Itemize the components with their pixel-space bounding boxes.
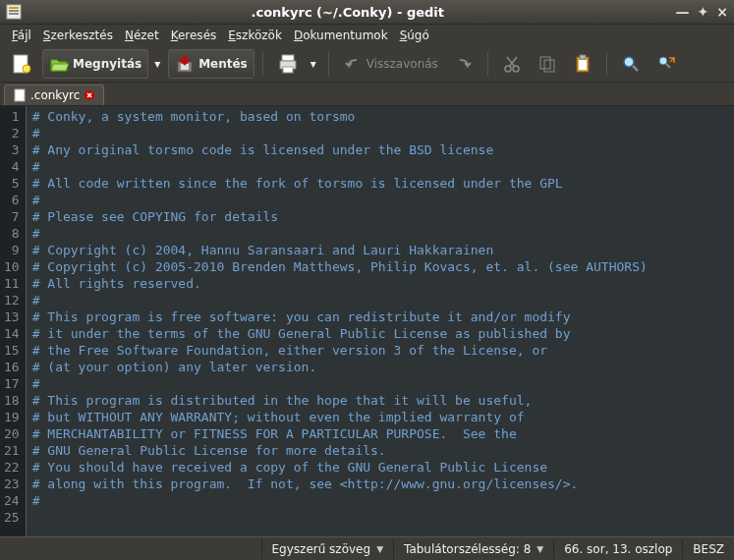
menu-item[interactable]: Eszközök (222, 27, 288, 44)
tabwidth-selector[interactable]: Tabulátorszélesség: 8▼ (393, 539, 553, 559)
tab-close-button[interactable] (84, 89, 95, 101)
print-dropdown[interactable]: ▾ (309, 53, 320, 75)
svg-rect-8 (282, 55, 294, 61)
tab-label: .conkyrc (30, 88, 80, 102)
close-window-button[interactable]: × (716, 4, 728, 20)
window-titlebar: .conkyrc (~/.Conky) - gedit — ✦ × (0, 0, 734, 25)
menubar: FájlSzerkesztésNézetKeresésEszközökDokum… (0, 25, 734, 46)
menu-item[interactable]: Nézet (119, 27, 165, 44)
svg-point-12 (513, 66, 519, 72)
maximize-button[interactable]: ✦ (698, 4, 709, 20)
svg-rect-2 (9, 10, 19, 12)
svg-rect-16 (580, 55, 586, 59)
svg-point-18 (624, 57, 634, 67)
chevron-down-icon: ▼ (376, 544, 383, 554)
redo-button[interactable] (448, 50, 480, 78)
svg-rect-3 (9, 13, 19, 15)
statusbar: Egyszerű szöveg▼ Tabulátorszélesség: 8▼ … (0, 536, 734, 560)
insert-mode: BESZ (682, 539, 734, 559)
svg-rect-20 (15, 89, 25, 101)
new-button[interactable] (5, 49, 38, 79)
copy-button[interactable] (532, 50, 563, 78)
toolbar-separator (328, 52, 329, 76)
undo-button[interactable]: Visszavonás (337, 50, 444, 78)
line-number-gutter: 1 2 3 4 5 6 7 8 9 10 11 12 13 14 15 16 1… (0, 106, 27, 536)
code-content[interactable]: # Conky, a system monitor, based on tors… (27, 106, 653, 536)
svg-point-19 (659, 57, 667, 65)
menu-item[interactable]: Keresés (165, 27, 223, 44)
toolbar-separator (262, 52, 263, 76)
svg-rect-14 (544, 60, 554, 72)
window-title: .conkyrc (~/.Conky) - gedit (28, 5, 668, 20)
open-label: Megnyitás (73, 57, 141, 71)
svg-rect-17 (579, 60, 587, 70)
minimize-button[interactable]: — (676, 4, 690, 20)
open-button[interactable]: Megnyitás (42, 49, 148, 79)
document-tabstrip: .conkyrc (0, 83, 734, 106)
file-icon (13, 88, 27, 102)
cut-button[interactable] (496, 50, 528, 78)
find-button[interactable] (615, 50, 647, 78)
menu-item[interactable]: Dokumentumok (288, 27, 394, 44)
svg-rect-13 (540, 57, 550, 69)
toolbar-separator (487, 52, 488, 76)
svg-point-11 (505, 66, 511, 72)
cursor-position: 66. sor, 13. oszlop (553, 539, 682, 559)
chevron-down-icon: ▼ (536, 544, 543, 554)
document-tab[interactable]: .conkyrc (4, 84, 104, 105)
save-button[interactable]: Mentés (168, 49, 254, 79)
editor-area[interactable]: 1 2 3 4 5 6 7 8 9 10 11 12 13 14 15 16 1… (0, 106, 734, 536)
svg-rect-1 (9, 7, 19, 9)
save-label: Mentés (198, 57, 248, 71)
print-button[interactable] (271, 49, 305, 79)
replace-button[interactable] (650, 50, 682, 78)
open-dropdown[interactable]: ▾ (152, 53, 164, 75)
toolbar-separator (606, 52, 607, 76)
syntax-selector[interactable]: Egyszerű szöveg▼ (261, 539, 394, 559)
menu-item[interactable]: Szerkesztés (37, 27, 119, 44)
menu-item[interactable]: Fájl (6, 27, 37, 44)
svg-point-5 (23, 65, 30, 73)
toolbar: Megnyitás ▾ Mentés ▾ Visszavonás (0, 46, 734, 83)
app-icon (6, 4, 22, 20)
svg-rect-10 (283, 67, 293, 73)
undo-label: Visszavonás (367, 57, 438, 71)
paste-button[interactable] (567, 50, 598, 78)
menu-item[interactable]: Súgó (394, 27, 435, 44)
